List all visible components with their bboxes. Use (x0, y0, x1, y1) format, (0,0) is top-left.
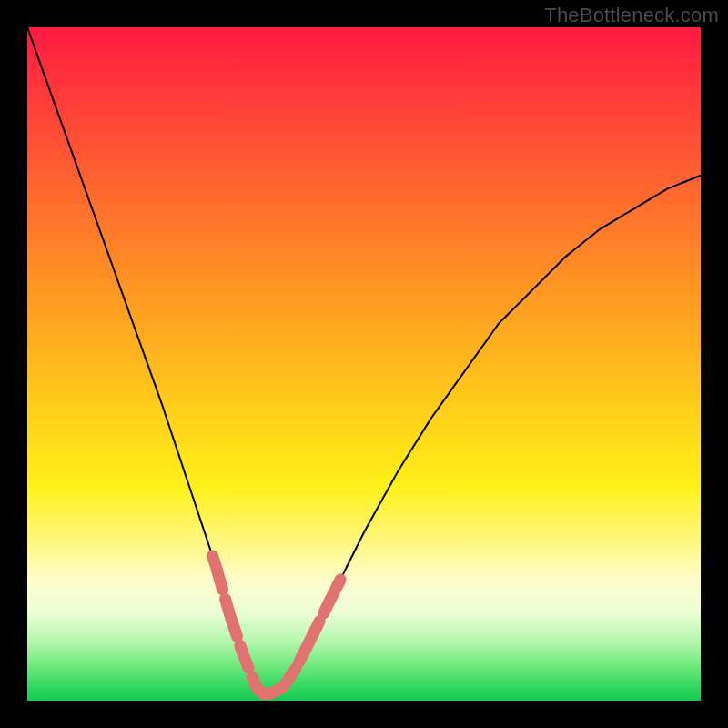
beads-left-1 (213, 556, 223, 590)
beads-left-3 (240, 645, 248, 668)
beads-right-1 (286, 668, 296, 683)
bottleneck-curve (27, 27, 701, 694)
beads-right-3 (324, 580, 341, 613)
bead-markers (213, 556, 341, 694)
chart-frame: TheBottleneck.com (0, 0, 728, 728)
plot-area (27, 27, 701, 701)
beads-right-2 (299, 622, 319, 662)
watermark-text: TheBottleneck.com (544, 4, 719, 27)
curve-layer (27, 27, 701, 701)
beads-left-2 (226, 599, 238, 636)
beads-bottom (252, 677, 282, 694)
